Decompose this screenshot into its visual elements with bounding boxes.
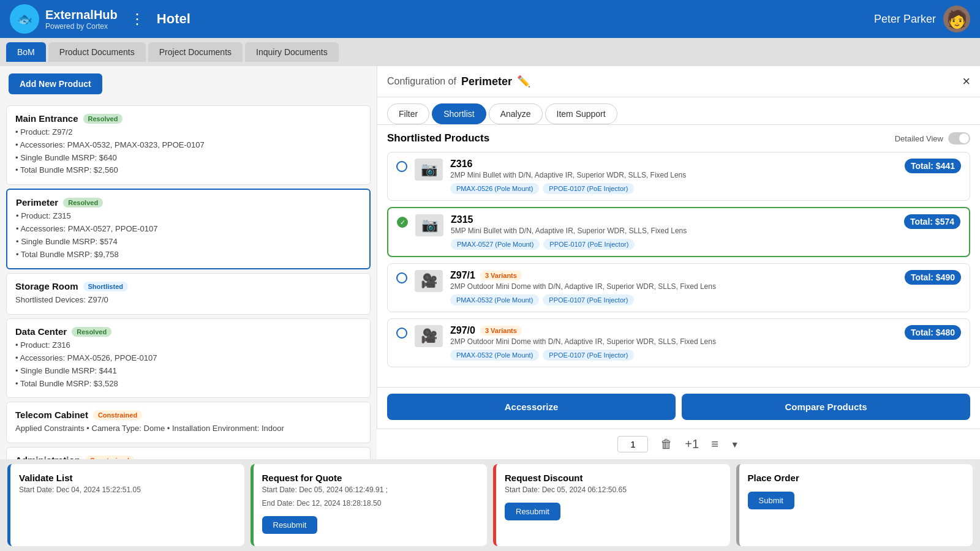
overlay-panel: Configuration of Perimeter ✏️ × Filter S… <box>377 66 980 459</box>
validate-list-title: Validate List <box>19 473 236 483</box>
avatar: 🧑 <box>943 6 970 32</box>
product-desc: 2MP Outdoor Mini Dome with D/N, Adaptive… <box>450 282 897 291</box>
tabs-bar: BoM Product Documents Project Documents … <box>0 38 980 66</box>
product-row[interactable]: 🎥 Z97/1 3 Variants 2MP Outdoor Mini Dome… <box>387 263 970 312</box>
list-item[interactable]: Perimeter Resolved • Product: Z315 • Acc… <box>6 189 371 269</box>
delete-icon[interactable]: 🗑 <box>660 437 673 451</box>
product-tag: PPOE-0107 (PoE Injector) <box>543 350 634 361</box>
product-name: Z316 <box>450 159 472 170</box>
tab-product-documents[interactable]: Product Documents <box>48 42 146 62</box>
inner-tabs: Filter Shortlist Analyze Item Support <box>377 97 980 125</box>
logo-sub: Powered by Cortex <box>45 22 118 31</box>
product-desc: 2MP Mini Bullet with D/N, Adaptive IR, S… <box>450 171 897 179</box>
status-badge: Constrained <box>93 410 142 420</box>
quantity-input[interactable] <box>617 436 648 452</box>
product-tags: PMAX-0532 (Pole Mount) PPOE-0107 (PoE In… <box>450 294 897 305</box>
list-item[interactable]: Data Center Resolved • Product: Z316 • A… <box>6 318 371 398</box>
config-name: Perimeter <box>461 75 512 88</box>
close-icon[interactable]: × <box>962 73 970 89</box>
product-radio-z97-0[interactable] <box>396 328 407 339</box>
request-discount-date: Start Date: Dec 05, 2024 06:12:50.65 <box>505 485 722 494</box>
plus-one-icon[interactable]: +1 <box>685 437 699 451</box>
list-item[interactable]: Main Entrance Resolved • Product: Z97/2 … <box>6 105 371 185</box>
tab-bom[interactable]: BoM <box>6 42 46 62</box>
product-tag: PMAX-0527 (Pole Mount) <box>451 239 540 250</box>
product-name: Z97/0 <box>450 325 475 336</box>
overlay-header: Configuration of Perimeter ✏️ × <box>377 66 980 97</box>
request-quote-date-end: End Date: Dec 12, 2024 18:28:18.50 <box>262 499 479 508</box>
action-row: Accessorize Compare Products <box>377 387 980 426</box>
request-quote-title: Request for Quote <box>262 473 479 483</box>
place-order-title: Place Order <box>748 473 965 483</box>
detail-view: Detailed View <box>895 132 970 144</box>
tab-inquiry-documents[interactable]: Inquiry Documents <box>245 42 339 62</box>
product-tag: PPOE-0107 (PoE Injector) <box>543 239 635 250</box>
tab-analyze[interactable]: Analyze <box>489 103 543 124</box>
header-right: Peter Parker 🧑 <box>874 6 970 32</box>
item-title: Perimeter <box>16 197 58 208</box>
list-item[interactable]: Telecom Cabinet Constrained Applied Cons… <box>6 402 371 443</box>
product-name-row: Z97/1 3 Variants <box>450 270 897 281</box>
list-item[interactable]: Storage Room Shortlisted Shortlisted Dev… <box>6 273 371 315</box>
edit-icon[interactable]: ✏️ <box>517 75 530 88</box>
validate-list-date: Start Date: Dec 04, 2024 15:22:51.05 <box>19 485 236 494</box>
user-name: Peter Parker <box>874 13 936 26</box>
product-tag: PMAX-0532 (Pole Mount) <box>450 350 539 361</box>
dots-menu-icon[interactable]: ⋮ <box>127 10 147 28</box>
item-detail: Applied Constraints • Camera Type: Dome … <box>15 422 361 435</box>
product-total: Total: $574 <box>904 214 960 229</box>
product-tag: PPOE-0107 (PoE Injector) <box>543 294 634 305</box>
bottom-row: Validate List Start Date: Dec 04, 2024 1… <box>0 459 980 551</box>
product-info: Z315 5MP Mini Bullet with D/N, Adaptive … <box>451 214 897 250</box>
product-total: Total: $441 <box>905 159 961 173</box>
tab-shortlist[interactable]: Shortlist <box>432 103 486 124</box>
detail-view-label: Detailed View <box>895 134 943 143</box>
item-header: Telecom Cabinet Constrained <box>15 410 361 420</box>
product-total: Total: $480 <box>905 325 961 340</box>
product-thumb: 🎥 <box>415 325 443 347</box>
submit-order-button[interactable]: Submit <box>748 492 794 509</box>
hotel-label: Hotel <box>157 11 190 27</box>
request-discount-card: Request Discount Start Date: Dec 05, 202… <box>493 464 730 546</box>
resubmit-quote-button[interactable]: Resubmit <box>262 516 318 534</box>
item-title: Data Center <box>15 326 67 337</box>
product-tag: PMAX-0526 (Pole Mount) <box>450 183 539 194</box>
product-radio-z97-1[interactable] <box>396 272 407 283</box>
status-badge: Shortlisted <box>83 282 128 291</box>
request-quote-date-start: Start Date: Dec 05, 2024 06:12:49.91 ; <box>262 485 479 494</box>
item-detail: Shortlisted Devices: Z97/0 <box>15 294 361 307</box>
product-name-row: Z316 <box>450 159 897 170</box>
request-discount-title: Request Discount <box>505 473 722 483</box>
product-row[interactable]: ✓ 📷 Z315 5MP Mini Bullet with D/N, Adapt… <box>387 207 970 257</box>
header-left: 🐟 ExternalHub Powered by Cortex ⋮ Hotel <box>10 4 190 34</box>
place-order-card: Place Order Submit <box>736 464 973 546</box>
logo-area: 🐟 ExternalHub Powered by Cortex <box>10 4 118 34</box>
item-detail: • Product: Z316 • Accessories: PMAX-0526… <box>15 339 361 390</box>
tab-filter[interactable]: Filter <box>387 103 429 124</box>
menu-icon[interactable]: ≡ <box>711 437 718 451</box>
product-row[interactable]: 📷 Z316 2MP Mini Bullet with D/N, Adaptiv… <box>387 152 970 201</box>
product-desc: 5MP Mini Bullet with D/N, Adaptive IR, S… <box>451 227 897 235</box>
product-radio-z315[interactable]: ✓ <box>397 217 408 228</box>
product-thumb: 📷 <box>415 214 443 236</box>
add-product-button[interactable]: Add New Product <box>9 73 102 94</box>
chevron-down-icon[interactable]: ▼ <box>731 440 739 449</box>
item-title: Storage Room <box>15 281 78 291</box>
item-title: Telecom Cabinet <box>15 410 88 420</box>
product-tag: PPOE-0107 (PoE Injector) <box>543 183 634 194</box>
tab-project-documents[interactable]: Project Documents <box>148 42 243 62</box>
item-header: Main Entrance Resolved <box>15 113 361 124</box>
status-badge: Resolved <box>63 198 103 208</box>
item-header: Data Center Resolved <box>15 326 361 337</box>
main-area: Add New Product Main Entrance Resolved •… <box>0 66 980 551</box>
product-tag: PMAX-0532 (Pole Mount) <box>450 294 539 305</box>
resubmit-discount-button[interactable]: Resubmit <box>505 503 560 520</box>
product-radio-z316[interactable] <box>396 161 407 172</box>
accessorize-button[interactable]: Accessorize <box>387 394 676 420</box>
detail-view-toggle[interactable] <box>948 132 970 144</box>
product-name-row: Z97/0 3 Variants <box>450 325 897 336</box>
status-badge: Resolved <box>83 114 123 124</box>
tab-item-support[interactable]: Item Support <box>545 103 617 124</box>
compare-products-button[interactable]: Compare Products <box>682 394 970 420</box>
product-row[interactable]: 🎥 Z97/0 3 Variants 2MP Outdoor Mini Dome… <box>387 318 970 367</box>
